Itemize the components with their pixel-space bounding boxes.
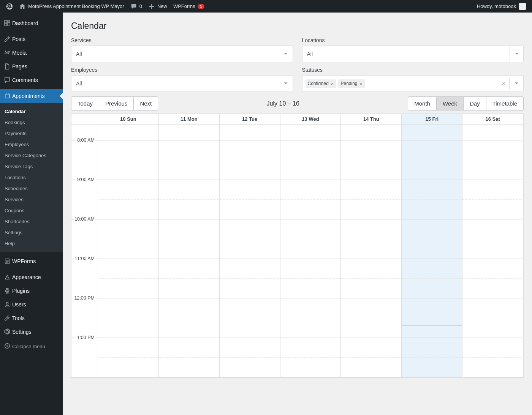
calendar-cell[interactable] [402,259,462,298]
calendar-cell[interactable] [462,338,523,377]
comments-link[interactable]: 0 [127,0,145,13]
sidebar-subitem-schedules[interactable]: Schedules [0,183,63,194]
day-column[interactable] [220,125,280,377]
calendar-cell[interactable] [98,140,158,180]
sidebar-item-pages[interactable]: Pages [0,60,63,73]
calendar-cell[interactable] [402,219,462,259]
calendar-cell[interactable] [98,259,158,298]
sidebar-subitem-coupons[interactable]: Coupons [0,205,63,216]
day-header[interactable]: 16 Sat [462,114,523,124]
calendar-cell[interactable] [341,219,401,259]
calendar-cell[interactable] [462,140,523,180]
statuses-select[interactable]: Confirmed×Pending× × [302,75,524,92]
calendar-cell[interactable] [280,338,341,377]
calendar-cell[interactable] [98,298,158,338]
next-button[interactable]: Next [134,96,158,110]
calendar-cell[interactable] [280,298,341,338]
previous-button[interactable]: Previous [99,96,134,110]
sidebar-subitem-bookings[interactable]: Bookings [0,117,63,128]
calendar-cell[interactable] [220,298,280,338]
calendar-cell[interactable] [462,298,523,338]
calendar-cell[interactable] [220,219,280,259]
wp-logo[interactable] [3,0,16,13]
sidebar-item-tools[interactable]: Tools [0,311,63,325]
sidebar-item-users[interactable]: Users [0,298,63,311]
calendar-cell[interactable] [159,140,219,180]
new-link[interactable]: New [145,0,170,13]
locations-select[interactable]: All [302,46,524,62]
day-header[interactable]: 11 Mon [159,114,220,124]
sidebar-subitem-settings[interactable]: Settings [0,227,63,238]
sidebar-item-comments[interactable]: Comments [0,73,63,87]
calendar-cell[interactable] [220,140,280,180]
remove-tag-icon[interactable]: × [331,81,334,87]
sidebar-subitem-services[interactable]: Services [0,194,63,205]
wpforms-link[interactable]: WPForms 1 [170,0,207,13]
calendar-cell[interactable] [98,180,158,219]
calendar-cell[interactable] [98,338,158,377]
calendar-cell[interactable] [341,180,401,219]
sidebar-subitem-service-tags[interactable]: Service Tags [0,161,63,172]
day-column[interactable] [98,125,159,377]
sidebar-subitem-payments[interactable]: Payments [0,128,63,139]
calendar-cell[interactable] [341,140,401,180]
day-column[interactable] [462,125,523,377]
view-week-button[interactable]: Week [437,96,464,110]
calendar-cell[interactable] [159,298,219,338]
calendar-cell[interactable] [462,180,523,219]
sidebar-item-appearance[interactable]: Appearance [0,270,63,284]
day-column[interactable] [280,125,341,377]
day-column[interactable] [341,125,402,377]
day-column[interactable] [402,125,462,377]
sidebar-subitem-calendar[interactable]: Calendar [0,106,63,117]
day-header[interactable]: 13 Wed [280,114,341,124]
calendar-cell[interactable] [220,180,280,219]
sidebar-item-media[interactable]: Media [0,46,63,60]
calendar-cell[interactable] [280,140,341,180]
today-button[interactable]: Today [71,96,99,110]
calendar-cell[interactable] [280,219,341,259]
calendar-cell[interactable] [341,259,401,298]
calendar-cell[interactable] [462,259,523,298]
day-column[interactable] [159,125,220,377]
sidebar-subitem-service-categories[interactable]: Service Categories [0,150,63,161]
calendar-cell[interactable] [462,219,523,259]
calendar-cell[interactable] [402,298,462,338]
view-timetable-button[interactable]: Timetable [486,96,524,110]
calendar-cell[interactable] [159,259,219,298]
day-header[interactable]: 15 Fri [402,114,462,124]
employees-select[interactable]: All [71,75,293,92]
calendar-cell[interactable] [402,338,462,377]
sidebar-item-wpforms[interactable]: WPForms [0,254,63,268]
clear-icon[interactable]: × [498,80,509,87]
calendar-cell[interactable] [98,219,158,259]
calendar-cell[interactable] [402,180,462,219]
services-select[interactable]: All [71,46,293,62]
sidebar-item-settings[interactable]: Settings [0,325,63,339]
calendar-cell[interactable] [159,219,219,259]
calendar-cell[interactable] [280,259,341,298]
calendar-cell[interactable] [280,180,341,219]
calendar-cell[interactable] [220,259,280,298]
collapse-menu[interactable]: Collapse menu [0,339,63,354]
sidebar-subitem-shortcodes[interactable]: Shortcodes [0,216,63,227]
sidebar-item-plugins[interactable]: Plugins [0,284,63,298]
site-link[interactable]: MotoPress Appointment Booking WP Mayor [16,0,127,13]
day-header[interactable]: 14 Thu [341,114,402,124]
day-header[interactable]: 12 Tue [220,114,280,124]
sidebar-subitem-employees[interactable]: Employees [0,139,63,150]
remove-tag-icon[interactable]: × [360,81,363,87]
calendar-cell[interactable] [159,180,219,219]
calendar-cell[interactable] [341,338,401,377]
sidebar-subitem-locations[interactable]: Locations [0,172,63,183]
calendar-cell[interactable] [159,338,219,377]
sidebar-subitem-help[interactable]: Help [0,238,63,249]
calendar-cell[interactable] [402,140,462,180]
sidebar-item-appointments[interactable]: Appointments [0,89,63,103]
calendar-grid[interactable]: 10 Sun11 Mon12 Tue13 Wed14 Thu15 Fri16 S… [71,114,524,378]
sidebar-item-posts[interactable]: Posts [0,32,63,46]
view-month-button[interactable]: Month [408,96,437,110]
day-header[interactable]: 10 Sun [98,114,159,124]
sidebar-item-dashboard[interactable]: Dashboard [0,16,63,30]
calendar-cell[interactable] [220,338,280,377]
